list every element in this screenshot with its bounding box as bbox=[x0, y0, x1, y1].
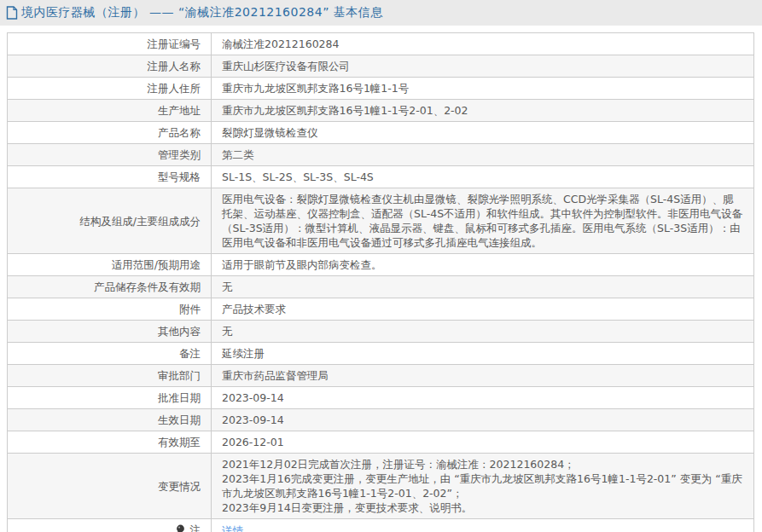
details-link[interactable]: 详情 bbox=[222, 524, 243, 532]
change-record-line: 2023年9月14日变更注册，变更技术要求、说明书。 bbox=[222, 500, 743, 515]
row-label: 有效期至 bbox=[8, 431, 212, 454]
row-label: 型号规格 bbox=[8, 166, 212, 188]
registration-info-table: 注册证编号 渝械注准20212160284 注册人名称 重庆山杉医疗设备有限公司… bbox=[7, 32, 754, 532]
row-value: 详情 bbox=[212, 519, 754, 532]
table-row: 注 详情 bbox=[8, 519, 754, 532]
row-label: 注册人名称 bbox=[8, 55, 212, 78]
row-value: 重庆市九龙坡区凯邦支路16号1幢1-1号2-01、2-02 bbox=[212, 100, 754, 122]
row-value: SL-1S、SL-2S、SL-3S、SL-4S bbox=[212, 166, 754, 188]
row-label: 变更情况 bbox=[8, 454, 212, 519]
table-row: 注册人名称 重庆山杉医疗设备有限公司 bbox=[8, 55, 754, 78]
change-record-line: 2021年12月02日完成首次注册，注册证号：渝械注准：20212160284； bbox=[222, 457, 743, 471]
table-row: 生效日期 2023-09-14 bbox=[8, 409, 754, 431]
row-label: 生产地址 bbox=[8, 100, 212, 122]
row-value: 2021年12月02日完成首次注册，注册证号：渝械注准：20212160284；… bbox=[212, 454, 754, 519]
row-label: 产品储存条件及有效期 bbox=[8, 276, 212, 298]
row-value: 第二类 bbox=[212, 144, 754, 166]
table-row: 适用范围/预期用途 适用于眼前节及眼内部病变检查。 bbox=[8, 254, 754, 276]
table-row: 生产地址 重庆市九龙坡区凯邦支路16号1幢1-1号2-01、2-02 bbox=[8, 100, 754, 122]
page-title: 境内医疗器械（注册） —— “渝械注准20212160284” 基本信息 bbox=[21, 5, 383, 20]
row-label: 结构及组成/主要组成成分 bbox=[8, 188, 212, 254]
row-value: 延续注册 bbox=[212, 343, 754, 365]
table-row: 产品名称 裂隙灯显微镜检查仪 bbox=[8, 122, 754, 144]
row-label: 批准日期 bbox=[8, 387, 212, 409]
table-row: 变更情况 2021年12月02日完成首次注册，注册证号：渝械注准：2021216… bbox=[8, 454, 754, 519]
row-value: 无 bbox=[212, 276, 754, 298]
row-label: 附件 bbox=[8, 298, 212, 321]
page-header: 境内医疗器械（注册） —— “渝械注准20212160284” 基本信息 bbox=[0, 0, 762, 26]
table-row: 注册人住所 重庆市九龙坡区凯邦支路16号1幢1-1号 bbox=[8, 78, 754, 100]
row-label: 管理类别 bbox=[8, 144, 212, 166]
row-label: 注册证编号 bbox=[8, 33, 212, 55]
table-row: 其他内容 无 bbox=[8, 321, 754, 343]
row-label: 产品名称 bbox=[8, 122, 212, 144]
row-label: 注 bbox=[8, 519, 212, 532]
row-value: 重庆市药品监督管理局 bbox=[212, 365, 754, 387]
table-row: 产品储存条件及有效期 无 bbox=[8, 276, 754, 298]
table-row: 批准日期 2023-09-14 bbox=[8, 387, 754, 409]
table-row: 备注 延续注册 bbox=[8, 343, 754, 365]
table-row: 型号规格 SL-1S、SL-2S、SL-3S、SL-4S bbox=[8, 166, 754, 188]
row-value: 产品技术要求 bbox=[212, 298, 754, 321]
row-value: 2023-09-14 bbox=[212, 409, 754, 431]
row-label: 备注 bbox=[8, 343, 212, 365]
row-value: 重庆市九龙坡区凯邦支路16号1幢1-1号 bbox=[212, 78, 754, 100]
row-value: 2026-12-01 bbox=[212, 431, 754, 454]
table-row: 结构及组成/主要组成成分 医用电气设备：裂隙灯显微镜检查仪主机由显微镜、裂隙光学… bbox=[8, 188, 754, 254]
table-row: 管理类别 第二类 bbox=[8, 144, 754, 166]
table-row: 审批部门 重庆市药品监督管理局 bbox=[8, 365, 754, 387]
row-value: 2023-09-14 bbox=[212, 387, 754, 409]
table-row: 附件 产品技术要求 bbox=[8, 298, 754, 321]
row-value: 渝械注准20212160284 bbox=[212, 33, 754, 55]
row-label: 其他内容 bbox=[8, 321, 212, 343]
row-value: 裂隙灯显微镜检查仪 bbox=[212, 122, 754, 144]
note-label: 注 bbox=[190, 523, 201, 532]
row-value: 适用于眼前节及眼内部病变检查。 bbox=[212, 254, 754, 276]
comment-icon bbox=[176, 523, 185, 532]
document-icon bbox=[6, 6, 18, 20]
table-row: 注册证编号 渝械注准20212160284 bbox=[8, 33, 754, 55]
row-value: 重庆山杉医疗设备有限公司 bbox=[212, 55, 754, 78]
row-label: 审批部门 bbox=[8, 365, 212, 387]
table-row: 有效期至 2026-12-01 bbox=[8, 431, 754, 454]
row-value: 医用电气设备：裂隙灯显微镜检查仪主机由显微镜、裂隙光学照明系统、CCD光学采集器… bbox=[212, 188, 754, 254]
row-label: 生效日期 bbox=[8, 409, 212, 431]
row-label: 注册人住所 bbox=[8, 78, 212, 100]
row-value: 无 bbox=[212, 321, 754, 343]
row-label: 适用范围/预期用途 bbox=[8, 254, 212, 276]
change-record-line: 2023年1月16完成变更注册，变更生产地址，由 “重庆市九龙坡区凯邦支路16号… bbox=[222, 471, 743, 500]
